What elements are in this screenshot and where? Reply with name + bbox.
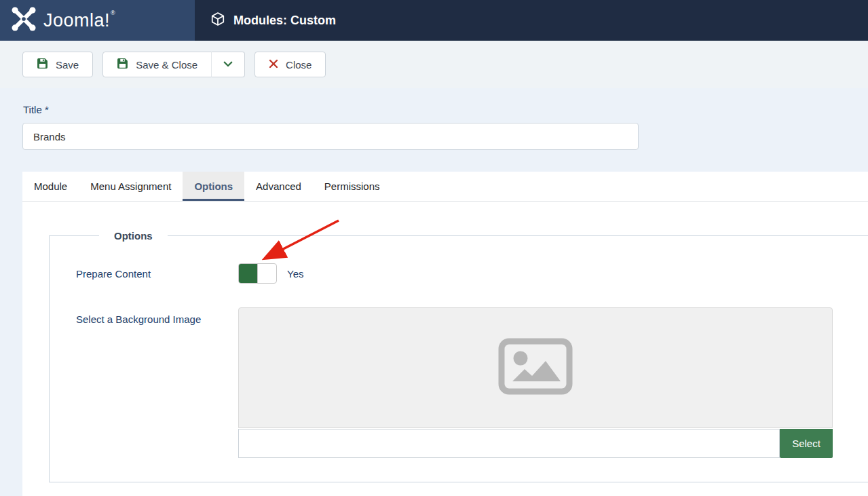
toggle-on-segment <box>239 264 258 283</box>
title-field-label: Title * <box>23 104 49 115</box>
options-fieldset: Options Prepare Content Yes Select a Bac… <box>49 230 868 482</box>
prepare-content-toggle[interactable] <box>238 263 277 284</box>
close-button-label: Close <box>286 59 312 71</box>
x-icon <box>269 59 278 71</box>
save-button-label: Save <box>56 59 79 71</box>
save-close-button[interactable]: Save & Close <box>102 52 212 77</box>
chevron-down-icon <box>222 58 234 72</box>
floppy-disk-icon <box>37 58 48 71</box>
background-image-row: Select a Background Image <box>76 307 868 458</box>
module-form-card: Module Menu Assignment Options Advanced … <box>22 172 868 496</box>
save-options-dropdown-button[interactable] <box>211 52 245 77</box>
main-content: Title * Module Menu Assignment Options A… <box>0 88 868 496</box>
prepare-content-label: Prepare Content <box>76 268 238 280</box>
prepare-content-state: Yes <box>287 268 303 280</box>
cube-icon <box>210 12 225 30</box>
tab-permissions[interactable]: Permissions <box>313 172 392 201</box>
admin-header: Joomla! ® Modules: Custom <box>0 0 868 41</box>
save-close-split-button: Save & Close <box>102 52 245 77</box>
floppy-disk-icon <box>117 58 128 71</box>
brand-wordmark: Joomla! <box>43 10 110 31</box>
close-button[interactable]: Close <box>254 52 326 77</box>
background-image-label: Select a Background Image <box>76 307 238 458</box>
title-input[interactable] <box>22 123 639 150</box>
save-close-button-label: Save & Close <box>136 59 197 71</box>
form-tabs: Module Menu Assignment Options Advanced … <box>22 172 868 202</box>
trademark-symbol: ® <box>111 9 115 16</box>
joomla-symbol-icon <box>10 5 37 35</box>
module-edit-page: Joomla! ® Modules: Custom <box>0 0 868 496</box>
save-button[interactable]: Save <box>22 52 93 77</box>
tab-advanced[interactable]: Advanced <box>244 172 313 201</box>
page-heading: Modules: Custom <box>195 0 336 41</box>
joomla-brand: Joomla! ® <box>0 0 195 41</box>
options-legend: Options <box>99 230 168 242</box>
select-image-button[interactable]: Select <box>780 429 833 458</box>
prepare-content-row: Prepare Content Yes <box>76 263 868 284</box>
image-path-input[interactable] <box>238 429 780 458</box>
media-field: Select <box>238 307 833 458</box>
tab-module[interactable]: Module <box>22 172 79 201</box>
toolbar: Save Save & Close <box>0 41 868 88</box>
page-title: Modules: Custom <box>233 14 336 28</box>
image-placeholder-icon <box>498 338 573 398</box>
media-input-group: Select <box>238 429 833 458</box>
image-preview-area <box>238 307 833 428</box>
tab-menu-assignment[interactable]: Menu Assignment <box>79 172 183 201</box>
tab-options[interactable]: Options <box>183 172 244 201</box>
